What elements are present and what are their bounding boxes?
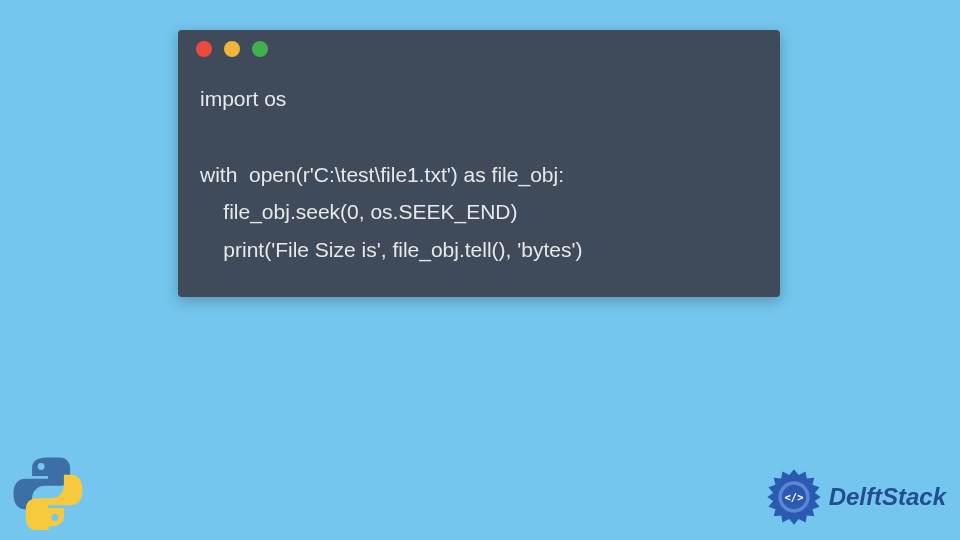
brand-name: DelftStack [829,483,946,511]
python-logo-icon [10,454,86,530]
code-line: file_obj.seek(0, os.SEEK_END) [200,200,517,223]
brand-logo: </> DelftStack [765,468,946,526]
code-line: print('File Size is', file_obj.tell(), '… [200,238,582,261]
minimize-icon [224,41,240,57]
code-block: import os with open(r'C:\test\file1.txt'… [178,68,780,297]
code-line: with open(r'C:\test\file1.txt') as file_… [200,163,564,186]
code-line: import os [200,87,286,110]
window-titlebar [178,30,780,68]
code-window: import os with open(r'C:\test\file1.txt'… [178,30,780,297]
maximize-icon [252,41,268,57]
svg-text:</>: </> [784,491,803,503]
gear-icon: </> [765,468,823,526]
close-icon [196,41,212,57]
